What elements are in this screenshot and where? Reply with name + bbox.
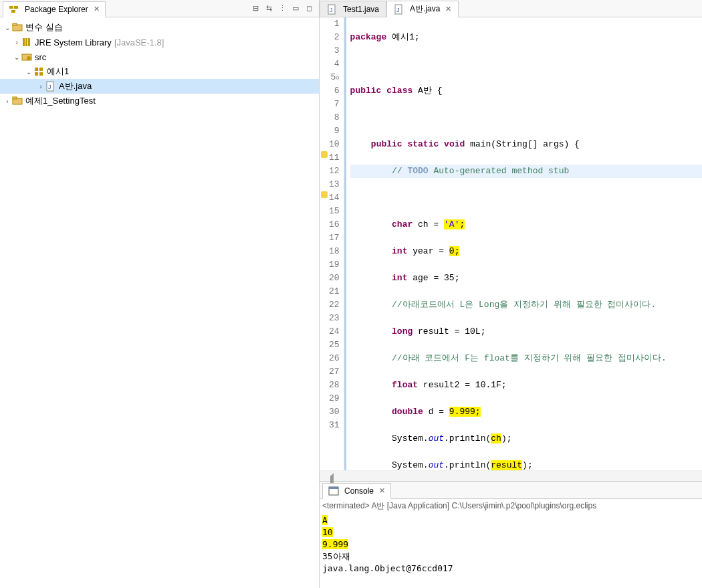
svg-rect-13 <box>39 72 43 76</box>
tree-label-qualifier: [JavaSE-1.8] <box>114 37 164 47</box>
console-line: 9.999 <box>322 539 348 549</box>
editor-tab-label: Test1.java <box>343 5 379 14</box>
package-explorer-icon <box>9 4 19 15</box>
package-explorer-tree[interactable]: ⌄ 변수 실습 › JRE System Library [JavaSE-1.8… <box>0 17 319 111</box>
package-explorer-toolbar: ⊟ ⇆ ⋮ ▭ ◻ <box>251 4 316 13</box>
collapse-all-icon[interactable]: ⊟ <box>251 4 260 13</box>
svg-rect-0 <box>9 6 13 9</box>
svg-rect-4 <box>13 23 17 25</box>
tree-src-row[interactable]: ⌄ src <box>0 50 319 64</box>
expand-icon[interactable]: › <box>3 98 12 105</box>
svg-text:J: J <box>396 7 400 13</box>
expand-icon[interactable]: › <box>12 39 21 46</box>
editor-tab-bar: J Test1.java J A반.java ✕ <box>320 0 702 17</box>
editor-horizontal-scrollbar[interactable] <box>320 470 702 481</box>
console-header: Console ✕ <box>320 482 702 499</box>
code-editor[interactable]: 1234 5⊖ 67 8910 111213 14 15161718 19202… <box>320 17 702 470</box>
java-file-icon: J <box>327 4 338 15</box>
svg-rect-11 <box>39 68 43 71</box>
console-line: java.lang.Object@76ccd017 <box>322 563 699 575</box>
console-output[interactable]: A 10 9.999 35아재 java.lang.Object@76ccd01… <box>320 513 702 588</box>
package-explorer-panel: Package Explorer ✕ ⊟ ⇆ ⋮ ▭ ◻ ⌄ 변수 실습 › J… <box>0 0 320 588</box>
link-with-editor-icon[interactable]: ⇆ <box>264 4 273 13</box>
java-file-icon: J <box>394 4 404 15</box>
close-icon[interactable]: ✕ <box>379 486 385 495</box>
console-icon <box>328 486 339 496</box>
svg-rect-2 <box>11 10 15 13</box>
svg-text:J: J <box>48 84 51 90</box>
editor-tab-a[interactable]: J A반.java ✕ <box>386 1 459 17</box>
tree-jre-row[interactable]: › JRE System Library [JavaSE-1.8] <box>0 35 319 50</box>
tree-label: JRE System Library <box>35 37 112 47</box>
warning-marker-icon[interactable] <box>321 191 328 198</box>
close-icon[interactable]: ✕ <box>94 5 100 13</box>
console-title: Console <box>344 486 374 496</box>
package-explorer-header: Package Explorer ✕ ⊟ ⇆ ⋮ ▭ ◻ <box>0 0 319 17</box>
java-file-icon: J <box>45 81 56 92</box>
tree-label: 예제1_SettingTest <box>25 95 96 107</box>
tree-file-row[interactable]: › J A반.java <box>0 79 319 94</box>
warning-marker-icon[interactable] <box>321 151 328 158</box>
library-icon <box>21 37 32 47</box>
console-line: 35아재 <box>322 551 699 563</box>
expand-icon[interactable]: ⌄ <box>12 54 21 61</box>
package-explorer-tab[interactable]: Package Explorer ✕ <box>3 1 106 17</box>
svg-rect-1 <box>14 6 18 9</box>
editor-console-area: J Test1.java J A반.java ✕ 1234 5⊖ 67 8910… <box>320 0 702 588</box>
svg-rect-6 <box>25 38 27 46</box>
close-icon[interactable]: ✕ <box>445 5 451 13</box>
console-status: <terminated> A반 [Java Application] C:\Us… <box>320 499 702 513</box>
svg-rect-10 <box>35 68 38 71</box>
maximize-icon[interactable]: ◻ <box>304 4 314 13</box>
svg-rect-23 <box>329 487 338 489</box>
tree-project-row[interactable]: ⌄ 변수 실습 <box>0 20 319 35</box>
package-explorer-title: Package Explorer <box>25 5 88 14</box>
tree-project-row[interactable]: › 예제1_SettingTest <box>0 94 319 108</box>
console-tab[interactable]: Console ✕ <box>322 483 391 499</box>
package-icon <box>33 66 44 77</box>
console-line: A <box>322 515 328 525</box>
tree-label: 예시1 <box>47 66 69 78</box>
source-folder-icon <box>21 52 32 62</box>
minimize-icon[interactable]: ▭ <box>291 4 300 13</box>
console-panel: Console ✕ <terminated> A반 [Java Applicat… <box>320 481 702 588</box>
console-line: 10 <box>322 527 333 537</box>
expand-icon[interactable]: ⌄ <box>3 24 12 31</box>
editor-tab-label: A반.java <box>410 3 440 15</box>
project-icon <box>12 22 23 33</box>
svg-rect-17 <box>13 97 17 99</box>
svg-rect-7 <box>28 38 30 46</box>
editor-tab-test1[interactable]: J Test1.java <box>320 1 386 17</box>
tree-label: 변수 실습 <box>25 21 63 33</box>
svg-rect-12 <box>35 72 38 76</box>
line-number-gutter: 1234 5⊖ 67 8910 111213 14 15161718 19202… <box>320 17 344 470</box>
project-icon <box>12 96 23 106</box>
tree-label: src <box>35 52 46 62</box>
view-menu-icon[interactable]: ⋮ <box>277 4 287 13</box>
svg-text:J: J <box>330 7 333 13</box>
svg-rect-5 <box>23 38 25 46</box>
expand-icon[interactable]: › <box>36 83 45 90</box>
tree-label: A반.java <box>59 80 92 92</box>
code-area[interactable]: package 예시1; public class A반 { public st… <box>344 17 702 470</box>
svg-point-9 <box>27 56 31 60</box>
tree-package-row[interactable]: ⌄ 예시1 <box>0 64 319 79</box>
expand-icon[interactable]: ⌄ <box>24 68 33 76</box>
